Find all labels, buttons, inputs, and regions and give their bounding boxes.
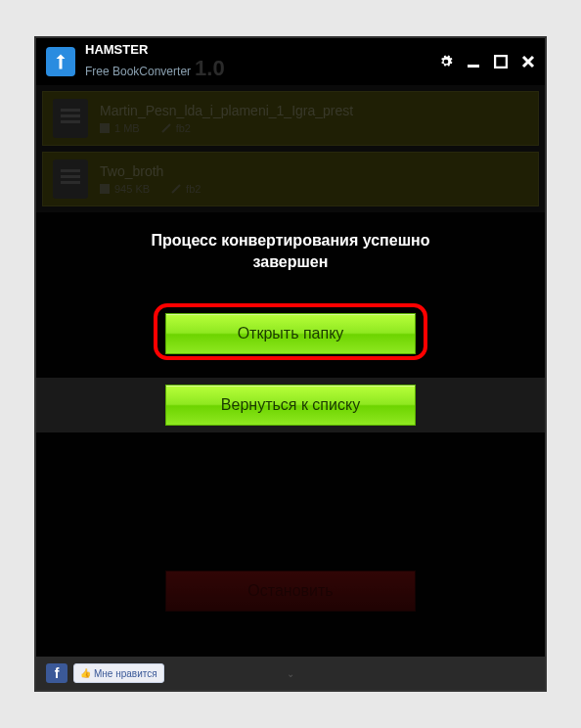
window-controls bbox=[439, 55, 535, 68]
settings-icon[interactable] bbox=[439, 55, 453, 68]
titlebar: HAMSTER Free BookConverter 1.0 bbox=[36, 38, 545, 85]
file-size: 1 MB bbox=[100, 122, 140, 134]
content-area: Martin_Pesn_lda_i_plameni_1_Igra_prest 1… bbox=[36, 85, 545, 657]
app-window: HAMSTER Free BookConverter 1.0 bbox=[34, 36, 547, 692]
file-name: Martin_Pesn_lda_i_plameni_1_Igra_prest bbox=[100, 103, 353, 118]
completion-overlay: Процесс конвертирования успешно завершен… bbox=[36, 212, 545, 657]
completion-message: Процесс конвертирования успешно завершен bbox=[114, 230, 467, 274]
app-logo-icon bbox=[46, 47, 75, 76]
stop-button: Остановить bbox=[165, 570, 416, 612]
app-title-block: HAMSTER Free BookConverter 1.0 bbox=[85, 43, 225, 80]
footer: f Мне нравится ⌄ bbox=[36, 657, 545, 690]
maximize-icon[interactable] bbox=[494, 55, 508, 68]
expand-handle-icon[interactable]: ⌄ bbox=[287, 668, 294, 679]
app-name: HAMSTER bbox=[85, 43, 225, 57]
file-format: fb2 bbox=[171, 183, 201, 195]
minimize-icon[interactable] bbox=[467, 55, 480, 68]
svg-rect-2 bbox=[100, 123, 110, 133]
like-button[interactable]: Мне нравится bbox=[73, 663, 164, 683]
file-row[interactable]: Two_broth 945 KB fb2 bbox=[42, 152, 539, 206]
document-icon bbox=[53, 159, 88, 199]
app-version: 1.0 bbox=[195, 57, 225, 80]
open-folder-button[interactable]: Открыть папку bbox=[165, 313, 416, 354]
document-icon bbox=[53, 99, 88, 138]
file-size: 945 KB bbox=[100, 183, 150, 195]
svg-rect-1 bbox=[495, 56, 507, 68]
svg-rect-3 bbox=[100, 184, 110, 194]
svg-rect-0 bbox=[468, 65, 479, 68]
back-to-list-button[interactable]: Вернуться к списку bbox=[165, 385, 416, 426]
file-row[interactable]: Martin_Pesn_lda_i_plameni_1_Igra_prest 1… bbox=[42, 91, 539, 146]
app-subtitle: Free BookConverter bbox=[85, 66, 191, 78]
facebook-icon[interactable]: f bbox=[46, 663, 67, 683]
file-name: Two_broth bbox=[100, 163, 201, 179]
close-icon[interactable] bbox=[521, 55, 535, 68]
file-format: fb2 bbox=[161, 122, 191, 134]
